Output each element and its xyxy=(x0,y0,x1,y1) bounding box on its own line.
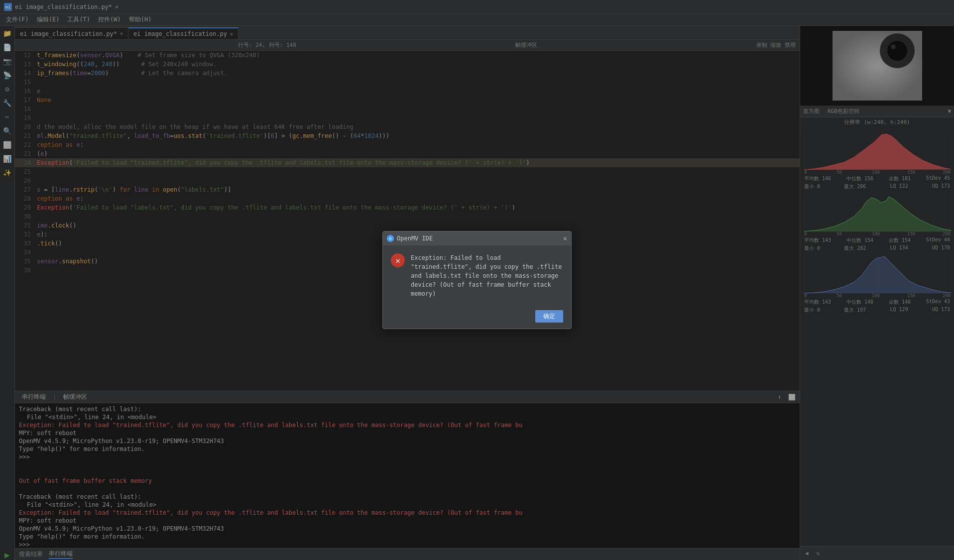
modal-close-btn[interactable]: × xyxy=(563,234,567,242)
modal-dialog: ⚙ OpenMV IDE × ✕ Exception: Failed to lo… xyxy=(382,231,572,329)
modal-message: Exception: Failed to load "trained.tflit… xyxy=(411,253,563,298)
modal-confirm-btn[interactable]: 确定 xyxy=(535,310,563,323)
modal-overlay[interactable]: ⚙ OpenMV IDE × ✕ Exception: Failed to lo… xyxy=(0,0,954,560)
modal-title-text: OpenMV IDE xyxy=(397,235,433,242)
modal-title-bar: ⚙ OpenMV IDE × xyxy=(383,231,571,245)
modal-title-icon: ⚙ xyxy=(387,235,394,242)
modal-error-icon: ✕ xyxy=(391,253,405,267)
modal-body: ✕ Exception: Failed to load "trained.tfl… xyxy=(383,245,571,306)
modal-title: ⚙ OpenMV IDE xyxy=(387,235,433,242)
modal-footer: 确定 xyxy=(383,306,571,329)
